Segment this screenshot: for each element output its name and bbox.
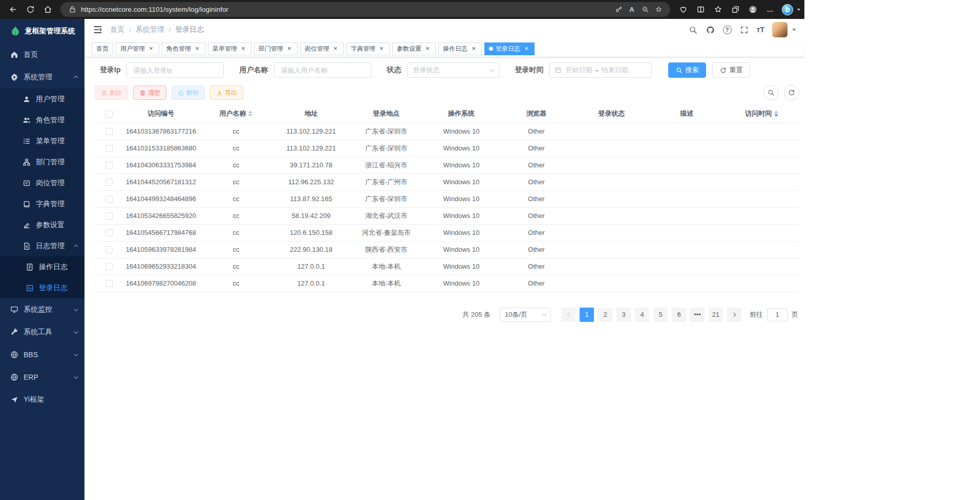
close-icon[interactable]: × xyxy=(240,45,247,52)
sidebar-item-post-mgmt[interactable]: 岗位管理 xyxy=(0,172,84,193)
column-username[interactable]: 用户名称 xyxy=(199,104,274,123)
export-button[interactable]: 导出 xyxy=(210,85,243,100)
add-favorite-star-icon[interactable] xyxy=(652,4,665,16)
sidebar-item-dict-mgmt[interactable]: 字典管理 xyxy=(0,193,84,214)
sidebar-item-dept-mgmt[interactable]: 部门管理 xyxy=(0,151,84,172)
favorites-icon[interactable] xyxy=(709,2,727,17)
sort-icon[interactable] xyxy=(774,111,778,117)
browser-profile-avatar[interactable] xyxy=(744,2,761,17)
row-checkbox[interactable] xyxy=(105,263,113,270)
bing-copilot-icon[interactable]: b xyxy=(779,2,796,17)
sidebar-item-home[interactable]: 首页 xyxy=(0,44,84,66)
row-checkbox[interactable] xyxy=(105,212,113,220)
tab-login-log[interactable]: 登录日志× xyxy=(484,42,535,55)
row-checkbox[interactable] xyxy=(105,128,113,135)
page-size-select[interactable]: 10条/页 xyxy=(500,308,551,322)
close-icon[interactable]: × xyxy=(523,45,530,52)
breadcrumb-home[interactable]: 首页 xyxy=(110,25,124,34)
tab-home[interactable]: 首页 xyxy=(92,42,113,55)
chevron-down-icon[interactable] xyxy=(797,9,800,11)
sidebar-item-menu-mgmt[interactable]: 菜单管理 xyxy=(0,131,84,151)
browser-home-button[interactable] xyxy=(39,2,56,17)
reset-button[interactable]: 重置 xyxy=(712,62,750,78)
refresh-table-button[interactable] xyxy=(784,85,799,100)
more-pages-button[interactable]: ••• xyxy=(690,308,705,322)
tab-user-mgmt[interactable]: 用户管理× xyxy=(116,42,159,55)
zoom-out-icon[interactable] xyxy=(638,4,652,16)
unlock-button[interactable]: 解锁 xyxy=(172,85,205,100)
breadcrumb-system[interactable]: 系统管理 xyxy=(136,25,164,34)
page-button-1[interactable]: 1 xyxy=(580,308,594,322)
sidebar-item-param-settings[interactable]: 参数设置 xyxy=(0,214,84,235)
status-select[interactable]: 登录状态 xyxy=(407,62,499,78)
close-icon[interactable]: × xyxy=(286,45,293,52)
split-screen-icon[interactable] xyxy=(692,2,709,17)
close-icon[interactable]: × xyxy=(378,45,385,52)
tab-param-settings[interactable]: 参数设置× xyxy=(392,42,436,55)
sidebar-toggle-icon[interactable] xyxy=(93,25,103,35)
github-icon[interactable] xyxy=(706,25,715,35)
delete-button[interactable]: 删除 xyxy=(95,85,128,100)
sidebar-item-log-mgmt[interactable]: 日志管理 xyxy=(0,235,84,256)
column-visit-time[interactable]: 访问时间 xyxy=(724,104,799,123)
page-button-6[interactable]: 6 xyxy=(672,308,686,322)
page-button-4[interactable]: 4 xyxy=(635,308,649,322)
browser-address-bar[interactable]: https://ccnetcore.com:1101/system/log/lo… xyxy=(60,2,670,17)
row-checkbox[interactable] xyxy=(105,179,113,186)
tab-operation-log[interactable]: 操作日志× xyxy=(438,42,482,55)
username-input[interactable] xyxy=(274,62,371,78)
row-checkbox[interactable] xyxy=(105,280,113,287)
sidebar-item-system-mgmt[interactable]: 系统管理 xyxy=(0,66,84,89)
row-checkbox[interactable] xyxy=(105,229,113,236)
sidebar-item-bbs[interactable]: BBS xyxy=(0,343,84,366)
close-icon[interactable]: × xyxy=(147,45,155,52)
tab-role-mgmt[interactable]: 角色管理× xyxy=(162,42,205,55)
row-checkbox[interactable] xyxy=(105,145,113,152)
toggle-search-button[interactable] xyxy=(763,85,779,100)
clear-button[interactable]: 清空 xyxy=(133,85,166,100)
sidebar-item-erp[interactable]: ERP xyxy=(0,366,84,388)
tab-post-mgmt[interactable]: 岗位管理× xyxy=(300,42,344,55)
sidebar-item-yi-framework[interactable]: Yi框架 xyxy=(0,388,84,411)
goto-page-input[interactable] xyxy=(767,308,787,321)
tab-menu-mgmt[interactable]: 菜单管理× xyxy=(208,42,251,55)
close-icon[interactable]: × xyxy=(332,45,339,52)
close-icon[interactable]: × xyxy=(424,45,431,52)
search-button[interactable]: 搜索 xyxy=(668,62,706,78)
row-checkbox[interactable] xyxy=(105,162,113,169)
sidebar-item-operation-log[interactable]: 操作日志 xyxy=(0,256,84,277)
prev-page-button[interactable] xyxy=(561,308,576,322)
row-checkbox[interactable] xyxy=(105,195,113,203)
font-size-icon[interactable]: тT xyxy=(757,26,764,34)
close-icon[interactable]: × xyxy=(470,45,477,52)
browser-back-button[interactable] xyxy=(4,2,22,17)
search-icon[interactable] xyxy=(688,25,698,35)
read-aloud-icon[interactable]: A xyxy=(625,4,638,16)
chevron-down-icon[interactable] xyxy=(792,29,796,31)
browser-refresh-button[interactable] xyxy=(22,2,39,17)
row-checkbox[interactable] xyxy=(105,246,113,253)
sidebar-item-system-tools[interactable]: 系统工具 xyxy=(0,321,84,343)
tab-dict-mgmt[interactable]: 字典管理× xyxy=(346,42,390,55)
next-page-button[interactable] xyxy=(727,308,741,322)
help-icon[interactable]: ? xyxy=(723,26,732,34)
page-button-5[interactable]: 5 xyxy=(653,308,668,322)
browser-more-menu-icon[interactable]: … xyxy=(761,2,779,17)
sidebar-item-system-monitor[interactable]: 系统监控 xyxy=(0,298,84,321)
sidebar-item-user-mgmt[interactable]: 用户管理 xyxy=(0,89,84,110)
password-key-icon[interactable] xyxy=(612,4,625,16)
page-button-2[interactable]: 2 xyxy=(598,308,612,322)
site-info-icon[interactable] xyxy=(66,4,79,16)
login-ip-input[interactable] xyxy=(126,62,224,78)
page-button-3[interactable]: 3 xyxy=(616,308,631,322)
tab-dept-mgmt[interactable]: 部门管理× xyxy=(254,42,297,55)
date-range-picker[interactable]: 开始日期 - 结束日期 xyxy=(549,62,652,78)
collections-icon[interactable] xyxy=(727,2,744,17)
browser-essentials-icon[interactable] xyxy=(674,2,692,17)
app-logo[interactable]: 意框架管理系统 xyxy=(0,19,84,44)
close-icon[interactable]: × xyxy=(194,45,201,52)
fullscreen-icon[interactable] xyxy=(739,25,749,35)
user-avatar[interactable] xyxy=(772,22,787,37)
sort-icon[interactable] xyxy=(248,111,252,117)
sidebar-item-role-mgmt[interactable]: 角色管理 xyxy=(0,110,84,131)
